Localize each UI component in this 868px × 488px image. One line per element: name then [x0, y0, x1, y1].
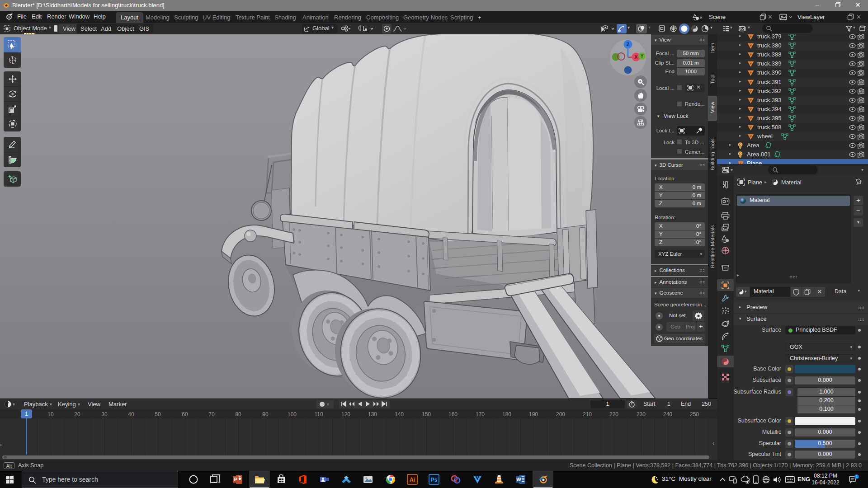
svg-text:W: W [516, 477, 521, 482]
svg-text:Ai: Ai [410, 477, 415, 483]
svg-text:Y: Y [641, 54, 644, 59]
svg-text:Ps: Ps [431, 477, 438, 483]
svg-text:Z: Z [627, 42, 630, 47]
svg-text:P: P [234, 477, 237, 482]
svg-text:X: X [634, 54, 638, 60]
